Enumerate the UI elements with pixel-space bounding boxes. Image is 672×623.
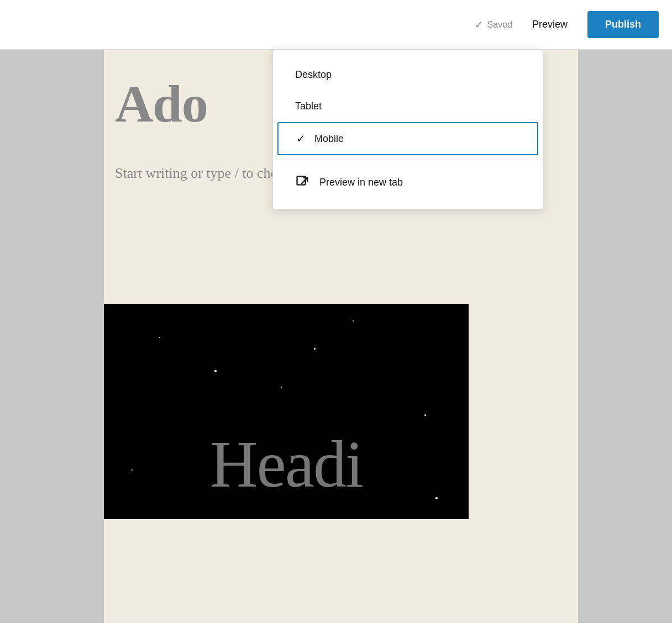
toolbar: ✓ Saved Preview Publish (0, 0, 672, 50)
star-decoration (214, 370, 217, 372)
desktop-item-label: Desktop (295, 69, 332, 81)
image-section: Headi (104, 304, 469, 519)
mobile-item-label: Mobile (314, 133, 344, 145)
star-decoration (353, 320, 354, 321)
desktop-menu-item[interactable]: Desktop (273, 59, 543, 91)
preview-dropdown-menu: Desktop Tablet ✓ Mobile Preview in new t… (272, 50, 543, 209)
saved-check-icon: ✓ (475, 19, 483, 31)
star-decoration (314, 348, 316, 350)
external-link-icon (295, 175, 311, 190)
mobile-menu-item[interactable]: ✓ Mobile (277, 122, 538, 155)
preview-button[interactable]: Preview (526, 14, 574, 35)
image-heading-text: Headi (104, 426, 469, 503)
preview-new-tab-label: Preview in new tab (319, 177, 403, 188)
preview-new-tab-menu-item[interactable]: Preview in new tab (273, 165, 543, 200)
star-decoration (281, 387, 282, 388)
star-decoration (159, 337, 160, 338)
star-decoration (424, 414, 426, 416)
mobile-check-icon: ✓ (296, 132, 306, 145)
tablet-item-label: Tablet (295, 101, 322, 112)
menu-divider (273, 160, 543, 160)
saved-status: ✓ Saved (475, 19, 512, 31)
tablet-menu-item[interactable]: Tablet (273, 91, 543, 122)
publish-button[interactable]: Publish (587, 11, 659, 38)
saved-label: Saved (487, 20, 512, 30)
